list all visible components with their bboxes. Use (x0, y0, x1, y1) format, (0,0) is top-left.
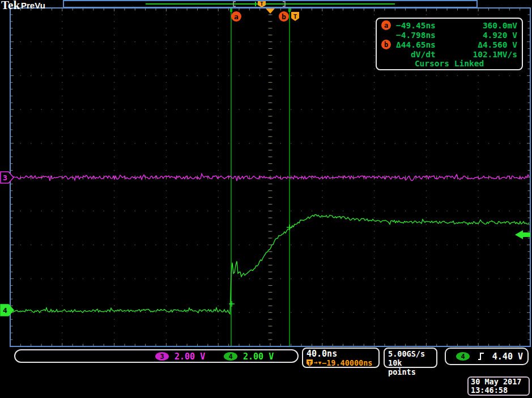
cursor-delta-volts: Δ4.560 V (478, 40, 517, 49)
dvdt-label: dV/dt (396, 50, 473, 59)
cursor-a-volts: 360.0mV (483, 21, 517, 30)
datetime-panel: 30 May 2017 13:46:58 (467, 376, 530, 396)
trigger-level-readout: 4.40 V (485, 352, 523, 362)
trigger-panel[interactable]: 4 4.40 V (445, 348, 529, 365)
trigger-point-badge[interactable]: T (291, 12, 299, 21)
svg-text:T: T (293, 13, 297, 20)
cursor-b-top-badge[interactable]: b (279, 11, 289, 22)
cursor-b-time: −4.798ns (396, 31, 483, 40)
time-readout: 13:46:58 (471, 386, 526, 395)
down-triangle-icon: ▼ (318, 358, 321, 367)
cursor-b-volts: 4.920 V (483, 31, 517, 40)
horizontal-panel[interactable]: 40.0ns T → ▼ −19.40000ns (302, 348, 380, 368)
oscilloscope-screen: 34abTT Tek PreVu a −49.45ns 360.0mV −4.7… (0, 0, 532, 398)
svg-text:T: T (260, 1, 263, 7)
channel-4-scale[interactable]: 2.00 V (243, 352, 274, 362)
svg-text:3: 3 (3, 173, 7, 182)
cursor-delta-time: Δ44.65ns (396, 40, 478, 49)
cursor-a-time: −49.45ns (396, 21, 483, 30)
channel-4-badge[interactable]: 4 (224, 352, 237, 361)
cursor-b-abs-row: −4.798ns 4.920 V (381, 30, 517, 40)
trigger-position-value: −19.40000ns (322, 358, 372, 367)
trigger-position-readout: T → ▼ −19.40000ns (307, 358, 375, 367)
acquisition-mode-label: PreVu (21, 1, 45, 10)
record-overview-bar[interactable]: T (63, 1, 477, 7)
channel-3-position-marker[interactable]: 3 (1, 172, 14, 183)
svg-text:a: a (234, 12, 239, 21)
cursor-b-badge: b (381, 40, 391, 49)
cursor-delta-row: b Δ44.65ns Δ4.560 V (381, 40, 517, 49)
cursor-readout-panel: a −49.45ns 360.0mV −4.798ns 4.920 V b Δ4… (376, 18, 523, 70)
cursor-a-cross-marker (229, 301, 235, 307)
cursor-a-badge: a (381, 20, 391, 30)
dvdt-value: 102.1MV/s (473, 50, 517, 59)
channel-3-scale[interactable]: 2.00 V (175, 352, 205, 362)
sample-rate-readout: 5.00GS/s (388, 349, 433, 358)
trigger-source-badge: 4 (456, 352, 470, 361)
tek-logo: Tek (1, 0, 20, 12)
right-arrow-icon: → (314, 358, 318, 367)
dvdt-row: dV/dt 102.1MV/s (381, 49, 517, 59)
timebase-readout: 40.0ns (307, 349, 375, 358)
expansion-point-triangle (266, 9, 275, 14)
acquisition-panel[interactable]: 5.00GS/s 10k points (384, 348, 437, 368)
trigger-t-icon: T (307, 359, 313, 367)
channel-4-position-marker[interactable]: 4 (1, 304, 14, 316)
svg-text:b: b (282, 12, 286, 21)
record-length-readout: 10k points (388, 358, 433, 376)
cursors-linked-label: Cursors Linked (381, 59, 517, 69)
rising-edge-slope-icon (478, 352, 485, 361)
cursor-a-top-badge[interactable]: a (231, 11, 241, 22)
date-readout: 30 May 2017 (471, 378, 526, 386)
cursor-a-row: a −49.45ns 360.0mV (381, 20, 517, 30)
svg-text:4: 4 (3, 306, 7, 315)
channel-3-badge[interactable]: 3 (155, 352, 169, 361)
channel-scales-panel: 3 2.00 V 4 2.00 V (14, 349, 299, 363)
